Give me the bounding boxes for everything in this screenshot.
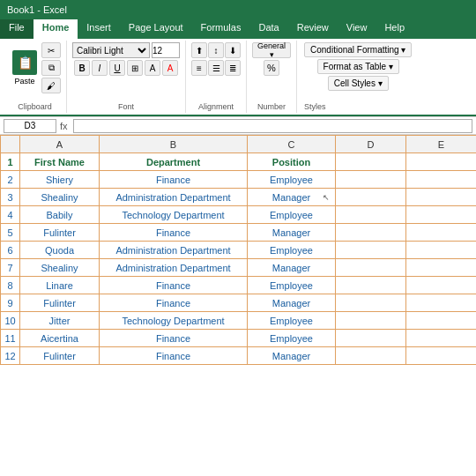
cell-department[interactable]: Administration Department <box>100 259 248 277</box>
cell-position[interactable]: Employee <box>248 171 336 189</box>
cell-first-name[interactable]: Aicertina <box>20 330 100 347</box>
cell-d[interactable] <box>336 330 406 347</box>
cell-position[interactable]: Manager <box>248 224 336 242</box>
cell-department[interactable]: Administration Department <box>100 189 248 206</box>
cell-e[interactable] <box>406 242 477 259</box>
tab-file[interactable]: File <box>0 19 33 39</box>
cell-position[interactable]: Manager↖ <box>248 189 336 206</box>
cell-department[interactable]: Technology Department <box>100 312 248 330</box>
paste-button[interactable]: 📋 Paste <box>9 48 41 87</box>
cell-first-name[interactable]: Fulinter <box>20 294 100 312</box>
row-number[interactable]: 7 <box>1 259 20 277</box>
cell-first-name[interactable]: Shealiny <box>20 189 100 206</box>
cell-position[interactable]: Employee <box>248 330 336 347</box>
underline-button[interactable]: U <box>109 60 125 76</box>
align-right-button[interactable]: ≣ <box>225 60 241 76</box>
cell-e[interactable] <box>406 277 477 294</box>
cell-d[interactable] <box>336 294 406 312</box>
row-number[interactable]: 4 <box>1 206 20 224</box>
cell-d[interactable] <box>336 224 406 242</box>
cell-department[interactable]: Technology Department <box>100 206 248 224</box>
cell-e[interactable] <box>406 312 477 330</box>
cell-position[interactable]: Employee <box>248 206 336 224</box>
percent-button[interactable]: % <box>264 60 279 76</box>
align-bottom-button[interactable]: ⬇ <box>225 42 241 58</box>
cell-e[interactable] <box>406 224 477 242</box>
cell-department[interactable]: Finance <box>100 171 248 189</box>
row-number[interactable]: 8 <box>1 277 20 294</box>
row-number[interactable]: 11 <box>1 330 20 347</box>
format-painter-button[interactable]: 🖌 <box>41 78 61 93</box>
row-number[interactable]: 12 <box>1 347 20 365</box>
conditional-formatting-button[interactable]: Conditional Formatting ▾ <box>304 42 412 57</box>
border-button[interactable]: ⊞ <box>127 60 143 76</box>
font-color-button[interactable]: A <box>162 60 178 76</box>
cell-e[interactable] <box>406 171 477 189</box>
cell-first-name[interactable]: Quoda <box>20 242 100 259</box>
cell-first-name[interactable]: Shealiny <box>20 259 100 277</box>
cell-position[interactable]: Manager <box>248 347 336 365</box>
cell-department[interactable]: Finance <box>100 347 248 365</box>
cell-d[interactable] <box>336 242 406 259</box>
cell-department[interactable]: Finance <box>100 224 248 242</box>
row-number[interactable]: 10 <box>1 312 20 330</box>
cell-first-name[interactable]: Jitter <box>20 312 100 330</box>
cell-d[interactable] <box>336 206 406 224</box>
name-box[interactable] <box>4 119 56 133</box>
row-number[interactable]: 3 <box>1 189 20 206</box>
cell-d[interactable] <box>336 259 406 277</box>
cell-styles-button[interactable]: Cell Styles ▾ <box>328 76 389 91</box>
cell-d[interactable] <box>336 277 406 294</box>
cell-e[interactable] <box>406 347 477 365</box>
tab-page-layout[interactable]: Page Layout <box>120 19 192 39</box>
cell-first-name[interactable]: Fulinter <box>20 347 100 365</box>
cell-d[interactable] <box>336 171 406 189</box>
align-middle-button[interactable]: ↕ <box>208 42 224 58</box>
bold-button[interactable]: B <box>74 60 90 76</box>
cell-e[interactable] <box>406 259 477 277</box>
row-number[interactable]: 5 <box>1 224 20 242</box>
cell-e[interactable] <box>406 330 477 347</box>
copy-button[interactable]: ⧉ <box>41 60 61 76</box>
tab-insert[interactable]: Insert <box>78 19 120 39</box>
cell-position[interactable]: Employee <box>248 312 336 330</box>
cell-department[interactable]: Finance <box>100 294 248 312</box>
cell-first-name[interactable]: Linare <box>20 277 100 294</box>
cell-position[interactable]: Employee <box>248 242 336 259</box>
font-size-input[interactable] <box>152 42 180 58</box>
cell-first-name[interactable]: Babily <box>20 206 100 224</box>
fill-color-button[interactable]: A <box>145 60 160 76</box>
tab-home[interactable]: Home <box>33 19 78 39</box>
cell-first-name[interactable]: Fulinter <box>20 224 100 242</box>
tab-review[interactable]: Review <box>288 19 338 39</box>
italic-button[interactable]: I <box>92 60 108 76</box>
cell-e[interactable] <box>406 206 477 224</box>
row-number[interactable]: 9 <box>1 294 20 312</box>
cell-e[interactable] <box>406 294 477 312</box>
tab-formulas[interactable]: Formulas <box>192 19 250 39</box>
cell-department[interactable]: Finance <box>100 330 248 347</box>
row-number[interactable]: 2 <box>1 171 20 189</box>
cell-d[interactable] <box>336 189 406 206</box>
row-number[interactable]: 6 <box>1 242 20 259</box>
cell-first-name[interactable]: Shiery <box>20 171 100 189</box>
cell-d[interactable] <box>336 347 406 365</box>
cell-position[interactable]: Manager <box>248 294 336 312</box>
cell-e[interactable] <box>406 189 477 206</box>
align-top-button[interactable]: ⬆ <box>191 42 207 58</box>
formula-input[interactable] <box>73 119 472 133</box>
cell-department[interactable]: Finance <box>100 277 248 294</box>
number-format-dropdown[interactable]: General ▾ <box>252 42 291 58</box>
tab-view[interactable]: View <box>338 19 376 39</box>
cell-position[interactable]: Manager <box>248 259 336 277</box>
align-center-button[interactable]: ☰ <box>208 60 224 76</box>
cell-position[interactable]: Employee <box>248 277 336 294</box>
cell-department[interactable]: Administration Department <box>100 242 248 259</box>
cell-d[interactable] <box>336 312 406 330</box>
cut-button[interactable]: ✂ <box>41 42 61 58</box>
tab-help[interactable]: Help <box>376 19 413 39</box>
font-name-select[interactable]: Calibri Light <box>72 42 150 58</box>
align-left-button[interactable]: ≡ <box>191 60 207 76</box>
format-as-table-button[interactable]: Format as Table ▾ <box>317 59 399 74</box>
tab-data[interactable]: Data <box>249 19 287 39</box>
